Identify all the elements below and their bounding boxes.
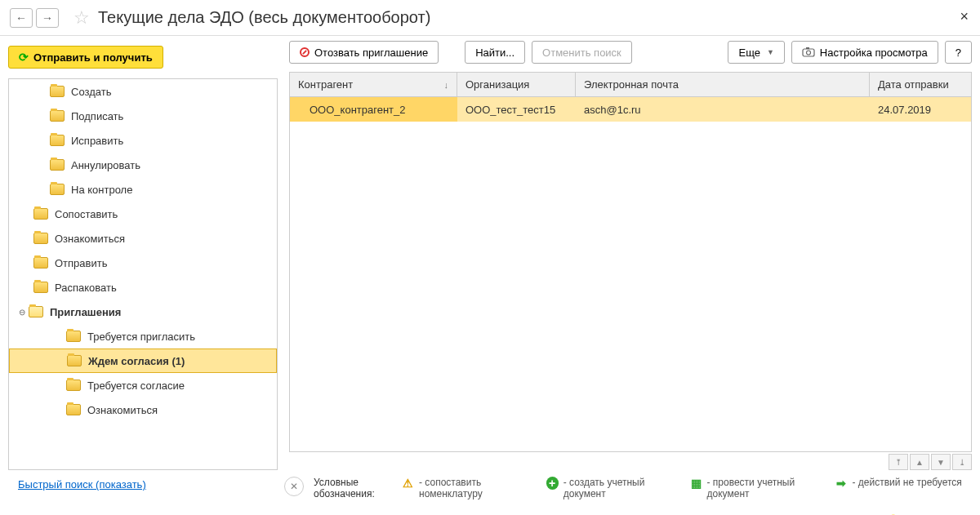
- folder-icon: [33, 208, 48, 220]
- tree-item-label: Создать: [71, 86, 111, 98]
- legend-text: - действий не требуется: [853, 477, 962, 488]
- grid-nav: ⤒ ▲ ▼ ⤓: [289, 454, 972, 470]
- col-header-org[interactable]: Организация: [457, 73, 576, 96]
- find-button[interactable]: Найти...: [465, 41, 525, 64]
- tree-item-label: Распаковать: [55, 282, 117, 294]
- quick-search-link[interactable]: Быстрый поиск (показать): [18, 478, 146, 491]
- folder-icon: [50, 159, 65, 171]
- svg-point-1: [806, 51, 810, 55]
- favorite-star-icon[interactable]: ☆: [74, 7, 90, 29]
- view-settings-button[interactable]: Настройка просмотра: [791, 41, 938, 64]
- folder-icon: [50, 110, 65, 122]
- folder-icon: [33, 233, 48, 244]
- grid-nav-first[interactable]: ⤒: [889, 454, 908, 470]
- refresh-icon: ⟳: [19, 51, 29, 64]
- revoke-invite-button[interactable]: Отозвать приглашение: [289, 41, 439, 64]
- close-icon[interactable]: ×: [960, 8, 969, 25]
- grid-nav-down[interactable]: ▼: [931, 454, 951, 470]
- tree-item-label: Исправить: [71, 135, 123, 147]
- nav-back-button[interactable]: ←: [10, 8, 33, 28]
- page-title: Текущие дела ЭДО (весь документооборот): [98, 8, 430, 27]
- tree-item-label: Требуется пригласить: [87, 331, 195, 343]
- folder-icon: [66, 331, 81, 342]
- cell-counterparty: ООО_контрагент_2: [290, 97, 457, 122]
- footer: Служба поддержки: 8-800-333-9313 edo@1c.…: [0, 506, 980, 515]
- tree-item[interactable]: Исправить: [9, 128, 277, 153]
- col-header-date[interactable]: Дата отправки: [870, 73, 971, 96]
- collapse-icon[interactable]: ⊖: [16, 308, 29, 317]
- folder-icon: [33, 282, 48, 293]
- tree-item[interactable]: Отправить: [9, 251, 277, 275]
- tree-item[interactable]: Распаковать: [9, 275, 277, 300]
- chevron-down-icon: ▼: [767, 48, 774, 56]
- tree-item[interactable]: Сопоставить: [9, 202, 277, 226]
- cancel-search-button[interactable]: Отменить поиск: [532, 41, 632, 64]
- folder-icon: [66, 404, 81, 415]
- grid-nav-last[interactable]: ⤓: [952, 454, 972, 470]
- legend-text: - сопоставить номенклатуру: [419, 477, 539, 499]
- col-header-counterparty[interactable]: Контрагент ↓: [290, 73, 457, 96]
- tree-item-label: Ждем согласия (1): [88, 355, 185, 367]
- send-receive-button[interactable]: ⟳ Отправить и получить: [8, 46, 163, 69]
- tree-item-label: Требуется согласие: [87, 380, 185, 392]
- legend-label: Условные обозначения:: [314, 477, 395, 499]
- tree-item-label: Ознакомиться: [55, 233, 125, 245]
- tree-item[interactable]: Создать: [9, 79, 277, 104]
- folder-icon: [50, 184, 65, 195]
- tree-item[interactable]: Ждем согласия (1): [9, 349, 277, 373]
- revoke-icon: [300, 47, 310, 57]
- content-area: Отозвать приглашение Найти... Отменить п…: [289, 78, 972, 470]
- cell-org: ООО_тест_тест15: [457, 97, 576, 122]
- legend-text: - создать учетный документ: [564, 477, 684, 499]
- tree-item-label: Подписать: [71, 110, 123, 122]
- folder-icon: [66, 380, 81, 391]
- svg-rect-0: [803, 49, 814, 56]
- sort-asc-icon: ↓: [444, 80, 449, 90]
- main-area: СоздатьПодписатьИсправитьАннулироватьНа …: [0, 78, 980, 470]
- plus-icon: +: [546, 477, 559, 490]
- tree-item-label: Приглашения: [50, 306, 121, 318]
- folder-icon: [50, 86, 65, 97]
- tree-item[interactable]: Ознакомиться: [9, 397, 277, 422]
- folder-tree[interactable]: СоздатьПодписатьИсправитьАннулироватьНа …: [8, 78, 278, 470]
- help-button[interactable]: ?: [945, 41, 972, 64]
- legend-text: - провести учетный документ: [707, 477, 828, 499]
- forward-icon: ➡: [835, 477, 848, 490]
- tree-item-label: Ознакомиться: [87, 404, 158, 416]
- camera-icon: [802, 46, 815, 59]
- title-bar: ← → ☆ Текущие дела ЭДО (весь документооб…: [0, 0, 980, 36]
- folder-icon: [33, 257, 48, 269]
- tree-item-label: Сопоставить: [55, 208, 118, 220]
- tree-item-label: Отправить: [55, 257, 107, 269]
- document-icon: ▦: [690, 477, 702, 490]
- legend-close-button[interactable]: ✕: [284, 477, 304, 496]
- tree-item[interactable]: Требуется согласие: [9, 373, 277, 397]
- tree-item[interactable]: Аннулировать: [9, 153, 277, 177]
- tree-item[interactable]: Ознакомиться: [9, 226, 277, 251]
- tree-item-label: На контроле: [71, 184, 132, 196]
- folder-icon: [29, 306, 43, 317]
- nav-forward-button[interactable]: →: [36, 8, 59, 28]
- tree-item[interactable]: ⊖Приглашения: [9, 300, 277, 324]
- cell-email: asch@1c.ru: [576, 97, 870, 122]
- tree-item[interactable]: Подписать: [9, 104, 277, 128]
- table-row[interactable]: ООО_контрагент_2 ООО_тест_тест15 asch@1c…: [290, 97, 971, 122]
- tree-item-label: Аннулировать: [71, 159, 140, 171]
- grid-nav-up[interactable]: ▲: [910, 454, 929, 470]
- legend-row: Быстрый поиск (показать) ✕ Условные обоз…: [0, 470, 980, 506]
- more-button[interactable]: Еще▼: [728, 41, 784, 64]
- warning-icon: ⚠: [402, 477, 414, 490]
- folder-icon: [50, 135, 65, 146]
- grid-header: Контрагент ↓ Организация Электронная поч…: [290, 73, 971, 97]
- folder-icon: [67, 355, 82, 366]
- tree-item[interactable]: На контроле: [9, 177, 277, 202]
- tree-item[interactable]: Требуется пригласить: [9, 324, 277, 349]
- col-header-email[interactable]: Электронная почта: [576, 73, 870, 96]
- data-grid[interactable]: Контрагент ↓ Организация Электронная поч…: [289, 72, 972, 452]
- cell-date: 24.07.2019: [870, 97, 971, 122]
- svg-rect-2: [806, 47, 809, 49]
